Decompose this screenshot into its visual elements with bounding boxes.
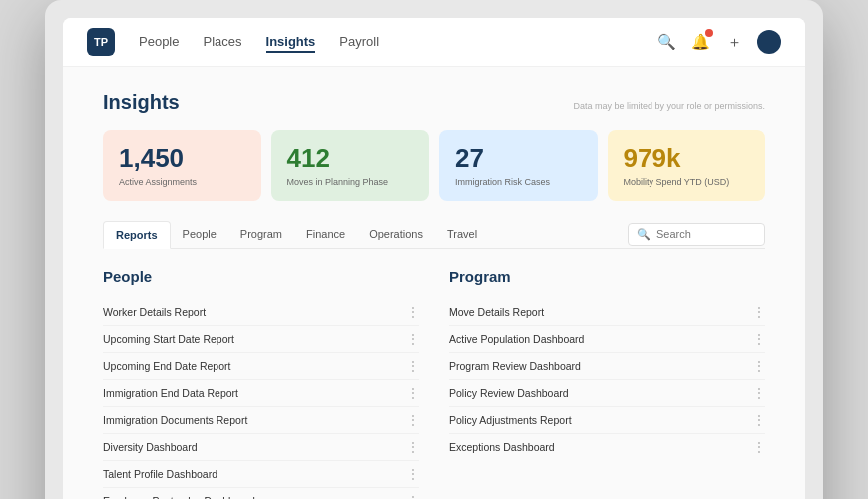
tab-operations[interactable]: Operations: [357, 221, 435, 247]
report-label: Move Details Report: [449, 306, 544, 318]
nav-links: People Places Insights Payroll: [139, 32, 655, 53]
data-note: Data may be limited by your role or perm…: [573, 101, 765, 111]
add-icon[interactable]: ＋: [723, 31, 745, 53]
program-section-title: Program: [449, 268, 765, 285]
more-icon[interactable]: ⋮: [753, 305, 765, 319]
report-label: Immigration End Data Report: [103, 387, 238, 399]
page-title: Insights: [103, 91, 180, 114]
stat-value-1: 1,450: [119, 144, 245, 173]
list-item[interactable]: Employee Postcodes Dashboard ⋮: [103, 488, 419, 499]
report-label: Active Population Dashboard: [449, 333, 584, 345]
stat-value-3: 27: [455, 144, 582, 173]
insights-header: Insights Data may be limited by your rol…: [103, 91, 765, 114]
search-input[interactable]: [656, 228, 756, 240]
stat-cards: 1,450 Active Assignments 412 Moves in Pl…: [103, 130, 765, 201]
stat-mobility-spend: 979k Mobility Spend YTD (USD): [608, 130, 766, 201]
search-icon[interactable]: 🔍: [655, 31, 677, 53]
report-label: Worker Details Report: [103, 306, 206, 318]
more-icon[interactable]: ⋮: [407, 413, 419, 427]
report-label: Exceptions Dashboard: [449, 441, 555, 453]
more-icon[interactable]: ⋮: [407, 305, 419, 319]
stat-label-3: Immigration Risk Cases: [455, 177, 582, 187]
list-item[interactable]: Worker Details Report ⋮: [103, 299, 419, 326]
more-icon[interactable]: ⋮: [753, 413, 765, 427]
report-label: Upcoming End Date Report: [103, 360, 230, 372]
navigation: TP People Places Insights Payroll 🔍 🔔 ＋: [63, 18, 805, 67]
search-icon-small: 🔍: [637, 228, 651, 241]
list-item[interactable]: Upcoming Start Date Report ⋮: [103, 326, 419, 353]
more-icon[interactable]: ⋮: [407, 494, 419, 499]
report-label: Immigration Documents Report: [103, 414, 247, 426]
more-icon[interactable]: ⋮: [407, 332, 419, 346]
notification-badge: [705, 29, 713, 37]
list-item[interactable]: Upcoming End Date Report ⋮: [103, 353, 419, 380]
tab-travel[interactable]: Travel: [435, 221, 489, 247]
program-section: Program Move Details Report ⋮ Active Pop…: [449, 268, 765, 499]
list-item[interactable]: Immigration Documents Report ⋮: [103, 407, 419, 434]
tab-program[interactable]: Program: [228, 221, 294, 247]
program-report-list: Move Details Report ⋮ Active Population …: [449, 299, 765, 460]
report-label: Talent Profile Dashboard: [103, 468, 217, 480]
list-item[interactable]: Talent Profile Dashboard ⋮: [103, 461, 419, 488]
list-item[interactable]: Diversity Dashboard ⋮: [103, 434, 419, 461]
tab-search-box: 🔍: [628, 223, 765, 246]
notifications-icon[interactable]: 🔔: [689, 31, 711, 53]
stat-label-4: Mobility Spend YTD (USD): [624, 177, 750, 187]
tab-reports[interactable]: Reports: [103, 221, 171, 249]
screen: TP People Places Insights Payroll 🔍 🔔 ＋: [63, 18, 805, 499]
more-icon[interactable]: ⋮: [753, 359, 765, 373]
stat-label-1: Active Assignments: [119, 177, 245, 187]
list-item[interactable]: Policy Adjustments Report ⋮: [449, 407, 765, 434]
user-avatar[interactable]: [757, 30, 781, 54]
tab-people[interactable]: People: [171, 221, 228, 247]
people-report-list: Worker Details Report ⋮ Upcoming Start D…: [103, 299, 419, 499]
list-item[interactable]: Program Review Dashboard ⋮: [449, 353, 765, 380]
report-grid: People Worker Details Report ⋮ Upcoming …: [103, 268, 765, 499]
stat-label-2: Moves in Planning Phase: [287, 177, 414, 187]
people-section: People Worker Details Report ⋮ Upcoming …: [103, 268, 419, 499]
list-item[interactable]: Immigration End Data Report ⋮: [103, 380, 419, 407]
more-icon[interactable]: ⋮: [407, 440, 419, 454]
report-label: Diversity Dashboard: [103, 441, 198, 453]
laptop-frame: TP People Places Insights Payroll 🔍 🔔 ＋: [45, 0, 823, 499]
stat-immigration-risk: 27 Immigration Risk Cases: [439, 130, 598, 201]
report-label: Upcoming Start Date Report: [103, 333, 234, 345]
tabs-bar: Reports People Program Finance Operation…: [103, 221, 765, 249]
nav-places[interactable]: Places: [203, 32, 241, 53]
list-item[interactable]: Move Details Report ⋮: [449, 299, 765, 326]
stat-value-4: 979k: [624, 144, 750, 173]
people-section-title: People: [103, 268, 419, 285]
stat-active-assignments: 1,450 Active Assignments: [103, 130, 261, 201]
nav-payroll[interactable]: Payroll: [339, 32, 379, 53]
list-item[interactable]: Policy Review Dashboard ⋮: [449, 380, 765, 407]
list-item[interactable]: Active Population Dashboard ⋮: [449, 326, 765, 353]
main-content: Insights Data may be limited by your rol…: [63, 67, 805, 499]
stat-planning-phase: 412 Moves in Planning Phase: [271, 130, 430, 201]
tab-finance[interactable]: Finance: [294, 221, 357, 247]
nav-people[interactable]: People: [139, 32, 179, 53]
report-label: Program Review Dashboard: [449, 360, 581, 372]
app-logo: TP: [87, 28, 115, 56]
report-label: Employee Postcodes Dashboard: [103, 495, 255, 499]
more-icon[interactable]: ⋮: [753, 386, 765, 400]
nav-actions: 🔍 🔔 ＋: [655, 30, 781, 54]
more-icon[interactable]: ⋮: [407, 359, 419, 373]
list-item[interactable]: Exceptions Dashboard ⋮: [449, 434, 765, 460]
more-icon[interactable]: ⋮: [407, 467, 419, 481]
more-icon[interactable]: ⋮: [753, 332, 765, 346]
report-label: Policy Review Dashboard: [449, 387, 569, 399]
stat-value-2: 412: [287, 144, 414, 173]
more-icon[interactable]: ⋮: [753, 440, 765, 454]
more-icon[interactable]: ⋮: [407, 386, 419, 400]
report-label: Policy Adjustments Report: [449, 414, 572, 426]
nav-insights[interactable]: Insights: [266, 32, 316, 53]
